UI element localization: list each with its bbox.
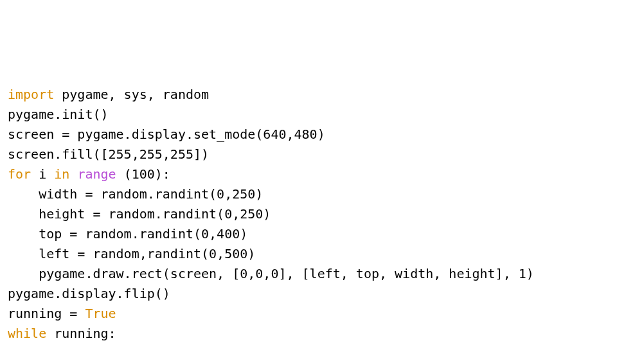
code-line: pygame.display.flip() bbox=[8, 284, 636, 304]
code-line: import pygame, sys, random bbox=[8, 85, 636, 105]
code-token: for bbox=[8, 166, 31, 182]
code-line: for i in range (100): bbox=[8, 164, 636, 184]
code-token: running: bbox=[46, 326, 116, 341]
code-token: screen.fill([255,255,255]) bbox=[8, 146, 209, 162]
code-token: width = random.randint(0,250) bbox=[8, 186, 263, 202]
code-token: (100): bbox=[116, 166, 170, 182]
code-line: while running: bbox=[8, 324, 636, 343]
code-token: True bbox=[85, 306, 116, 321]
code-line: top = random.randint(0,400) bbox=[8, 224, 636, 244]
code-line: screen = pygame.display.set_mode(640,480… bbox=[8, 125, 636, 145]
code-line: running = True bbox=[8, 304, 636, 324]
code-token bbox=[69, 166, 77, 182]
code-token: pygame.draw.rect(screen, [0,0,0], [left,… bbox=[8, 266, 534, 281]
code-token: left = random,randint(0,500) bbox=[8, 246, 255, 261]
code-token: range bbox=[77, 166, 116, 182]
code-token: while bbox=[8, 326, 46, 341]
code-token: height = random.randint(0,250) bbox=[8, 206, 271, 222]
code-line: screen.fill([255,255,255]) bbox=[8, 145, 636, 164]
code-line: left = random,randint(0,500) bbox=[8, 244, 636, 264]
code-line: pygame.init() bbox=[8, 105, 636, 125]
code-line: width = random.randint(0,250) bbox=[8, 184, 636, 204]
code-token: top = random.randint(0,400) bbox=[8, 226, 247, 242]
code-token: screen = pygame.display.set_mode(640,480… bbox=[8, 127, 325, 142]
code-line: height = random.randint(0,250) bbox=[8, 204, 636, 224]
code-line: pygame.draw.rect(screen, [0,0,0], [left,… bbox=[8, 264, 636, 284]
code-token: pygame.init() bbox=[8, 107, 109, 122]
code-block: import pygame, sys, randompygame.init()s… bbox=[8, 85, 636, 343]
code-token: i bbox=[31, 166, 54, 182]
code-token: in bbox=[54, 166, 69, 182]
code-token: import bbox=[8, 87, 54, 102]
code-token: pygame, sys, random bbox=[54, 87, 209, 102]
code-token: running = bbox=[8, 306, 85, 321]
code-token: pygame.display.flip() bbox=[8, 286, 170, 301]
